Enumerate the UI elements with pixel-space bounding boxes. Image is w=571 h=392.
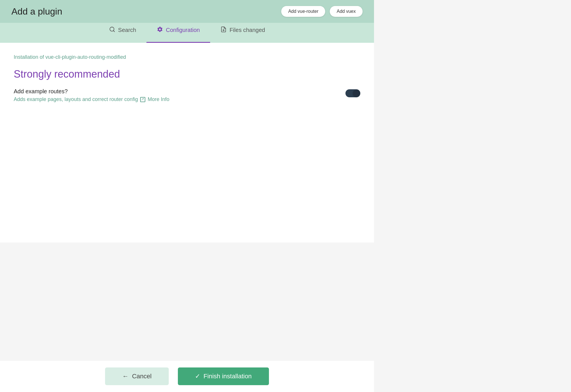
tab-files-changed[interactable]: Files changed — [210, 23, 276, 43]
tab-files-changed-label: Files changed — [230, 27, 265, 33]
tab-search[interactable]: Search — [99, 23, 146, 43]
toggle-add-example-routes[interactable] — [345, 89, 360, 97]
toggle-knob — [353, 90, 360, 97]
search-icon — [109, 26, 115, 34]
tab-bar: Search Configuration Files changed — [0, 23, 374, 43]
add-vuex-button[interactable]: Add vuex — [330, 6, 363, 17]
option-description-text: Adds example pages, layouts and correct … — [14, 96, 138, 102]
option-description: Adds example pages, layouts and correct … — [14, 96, 169, 102]
more-info-link[interactable]: More Info — [148, 96, 169, 102]
header: Add a plugin Add vue-router Add vuex — [0, 0, 374, 23]
external-link-icon — [140, 97, 145, 102]
add-vue-router-button[interactable]: Add vue-router — [281, 6, 325, 17]
svg-line-1 — [113, 31, 114, 32]
gear-icon — [157, 26, 163, 34]
tab-configuration-label: Configuration — [166, 27, 200, 33]
option-row: Add example routes? Adds example pages, … — [14, 88, 360, 102]
file-plus-icon — [220, 26, 227, 34]
header-actions: Add vue-router Add vuex — [281, 6, 363, 17]
tab-search-label: Search — [118, 27, 136, 33]
option-content: Add example routes? Adds example pages, … — [14, 88, 169, 102]
option-title: Add example routes? — [14, 88, 169, 95]
installation-label: Installation of vue-cli-plugin-auto-rout… — [14, 54, 360, 60]
section-title: Strongly recommended — [14, 68, 360, 80]
tab-configuration[interactable]: Configuration — [146, 23, 210, 43]
main-content: Installation of vue-cli-plugin-auto-rout… — [0, 43, 374, 243]
page-title: Add a plugin — [11, 6, 62, 17]
